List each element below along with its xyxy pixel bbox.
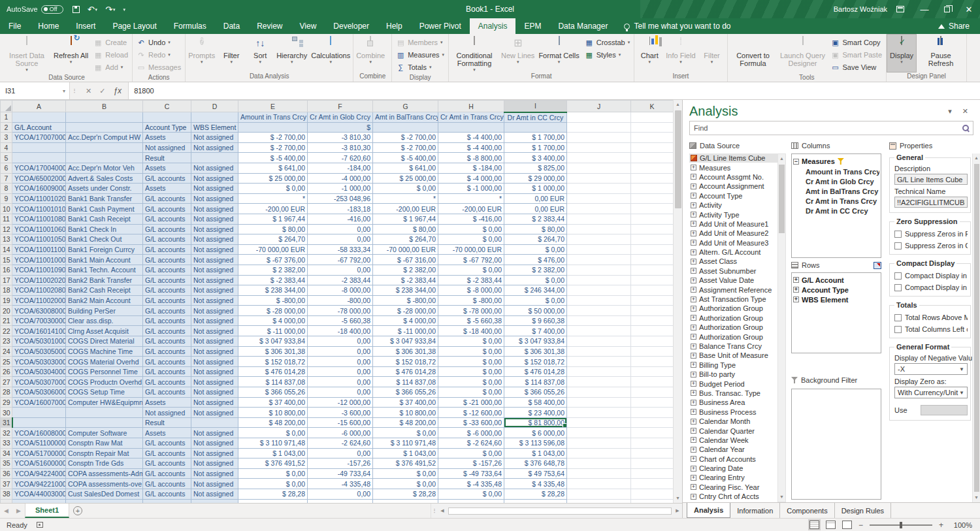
cell-I20[interactable]: $ 50 000,00 — [504, 306, 567, 316]
scroll-down-icon[interactable]: ▼ — [778, 492, 785, 502]
cell-H33[interactable]: $ -2 624,60 — [438, 438, 504, 449]
cell-A27[interactable]: YCOA/50307000 — [12, 377, 66, 387]
cell-H13[interactable]: $ 0,00 — [438, 234, 504, 245]
row-header-18[interactable]: 18 — [1, 285, 12, 296]
cell-J12[interactable] — [567, 224, 631, 234]
cell-B15[interactable]: Bank1 Main Account — [66, 255, 143, 265]
cell-J39[interactable] — [567, 499, 631, 503]
cell-A23[interactable]: YCOA/50301000 — [12, 336, 66, 347]
cell-A7[interactable]: YCOA/65002000 — [12, 173, 66, 184]
name-box[interactable]: I31 ▾ — [0, 82, 70, 99]
cell-J24[interactable] — [567, 346, 631, 357]
row-header-29[interactable]: 29 — [1, 397, 12, 408]
data-source-item[interactable]: +Billing Type — [689, 361, 777, 370]
cell-D21[interactable]: Not assigned — [191, 315, 238, 326]
cell-H39[interactable] — [438, 499, 504, 503]
cell-E38[interactable]: $ 28,28 — [238, 489, 308, 499]
ribbon-tab-formulas[interactable]: Formulas — [165, 18, 215, 34]
cell-H22[interactable]: $ -18 400,00 — [438, 326, 504, 336]
cell-J17[interactable] — [567, 275, 631, 285]
expand-icon[interactable]: + — [691, 306, 696, 312]
cell-G20[interactable]: $ -28 000,00 — [373, 306, 438, 316]
zoom-slider-thumb[interactable] — [900, 522, 902, 528]
data-source-item[interactable]: +Cntry Chrt of Accts — [689, 492, 777, 501]
cell-H35[interactable]: $ -157,26 — [438, 459, 504, 469]
cell-E39[interactable] — [238, 499, 308, 503]
expand-icon[interactable]: + — [691, 184, 696, 189]
cell-E29[interactable]: $ 37 400,00 — [238, 397, 308, 408]
select-all-corner[interactable] — [1, 101, 12, 112]
cell-B10[interactable]: Bank1 Cash Payment — [66, 204, 143, 214]
row-header-12[interactable]: 12 — [1, 224, 12, 234]
confirm-entry-button[interactable]: ✓ — [99, 87, 105, 95]
crosstab-button[interactable]: ▦Crosstab▾ — [581, 36, 634, 48]
expand-icon[interactable]: + — [691, 466, 696, 472]
normal-view-icon[interactable] — [809, 521, 819, 529]
cell-G25[interactable]: $ 152 018,72 — [373, 357, 438, 367]
cell-C33[interactable]: G/L accounts — [143, 438, 191, 449]
column-header-H[interactable]: H — [438, 101, 504, 112]
data-source-item[interactable]: +Asset Class — [689, 257, 777, 266]
cell-I34[interactable]: $ 1 043,00 — [504, 448, 567, 459]
undo-button[interactable]: ↶▾ — [88, 5, 97, 14]
horizontal-scrollbar[interactable]: ⁝ ◀ ▶ — [431, 504, 682, 518]
cell-G32[interactable]: $ 0,00 — [373, 428, 438, 438]
column-header-I[interactable]: I — [504, 101, 567, 112]
columns-measures-node[interactable]: −Measures — [793, 156, 879, 167]
cell-D37[interactable]: Not assigned — [191, 479, 238, 489]
cell-C3[interactable]: Assets — [143, 133, 191, 143]
zoom-slider[interactable] — [870, 524, 932, 526]
cell-D4[interactable]: Not assigned — [191, 142, 238, 153]
cell-K36[interactable] — [631, 468, 674, 479]
sheet-tab-sheet1[interactable]: Sheet1 — [25, 504, 69, 518]
cell-F5[interactable]: -7 620,60 — [308, 153, 373, 163]
cell-J33[interactable] — [567, 438, 631, 449]
cell-K5[interactable] — [631, 153, 674, 163]
cell-E9[interactable]: * — [238, 193, 308, 204]
cell-E13[interactable]: $ 264,70 — [238, 234, 308, 245]
data-source-item[interactable]: +Business Area — [689, 398, 777, 407]
cell-C21[interactable]: G/L accounts — [143, 315, 191, 326]
data-source-item[interactable]: +Authorization Group — [689, 304, 777, 313]
cell-F2[interactable]: $ — [308, 122, 373, 133]
cell-B33[interactable]: Consptn Raw Mat — [66, 438, 143, 449]
row-header-6[interactable]: 6 — [1, 163, 12, 173]
cell-H24[interactable]: $ 0,00 — [438, 346, 504, 357]
cancel-entry-button[interactable]: ✕ — [86, 87, 91, 95]
cell-K20[interactable] — [631, 306, 674, 316]
cell-G21[interactable]: $ 4 000,00 — [373, 315, 438, 326]
data-source-item[interactable]: +Authorization Group — [689, 323, 777, 332]
cell-K13[interactable] — [631, 234, 674, 245]
cell-K8[interactable] — [631, 184, 674, 194]
cell-H34[interactable]: $ 0,00 — [438, 448, 504, 459]
cell-D34[interactable]: Not assigned — [191, 448, 238, 459]
cell-C27[interactable]: G/L accounts — [143, 377, 191, 387]
expand-icon[interactable]: + — [691, 240, 696, 246]
cell-A20[interactable]: YCOA/63008000 — [12, 306, 66, 316]
cell-J32[interactable] — [567, 428, 631, 438]
cell-B14[interactable]: Bank1 Foreign Currcy — [66, 244, 143, 255]
cell-J1[interactable] — [567, 112, 631, 123]
cell-D28[interactable]: Not assigned — [191, 387, 238, 398]
cell-J29[interactable] — [567, 397, 631, 408]
cell-C14[interactable]: G/L accounts — [143, 244, 191, 255]
expand-icon[interactable]: + — [691, 353, 696, 359]
display-of-negative-values-dropdown[interactable]: -X▼ — [894, 363, 968, 375]
cell-H5[interactable]: $ -8 800,00 — [438, 153, 504, 163]
cell-F13[interactable]: 0,00 — [308, 234, 373, 245]
cell-C10[interactable]: G/L accounts — [143, 204, 191, 214]
checkbox-total-rows-above-members[interactable]: Total Rows Above Members — [894, 314, 968, 321]
scroll-down-icon[interactable]: ▼ — [674, 494, 682, 503]
add-button[interactable]: ▦Add▾ — [90, 61, 131, 73]
redo-button[interactable]: ↷Redo▾ — [133, 48, 184, 61]
ribbon-tab-file[interactable]: File — [0, 18, 29, 34]
cell-D5[interactable] — [191, 153, 238, 163]
tell-me-box[interactable]: Tell me what you want to do — [616, 18, 738, 34]
cell-A32[interactable]: YCOA/16008000 — [12, 428, 66, 438]
row-header-38[interactable]: 38 — [1, 489, 12, 499]
cell-A6[interactable]: YCOA/17004000 — [12, 163, 66, 173]
cell-I32[interactable]: $ 6 000,00 — [504, 428, 567, 438]
cell-B23[interactable]: COGS Direct Material — [66, 336, 143, 347]
cell-G11[interactable]: $ 1 967,44 — [373, 214, 438, 224]
cell-E22[interactable]: $ -11 000,00 — [238, 326, 308, 336]
